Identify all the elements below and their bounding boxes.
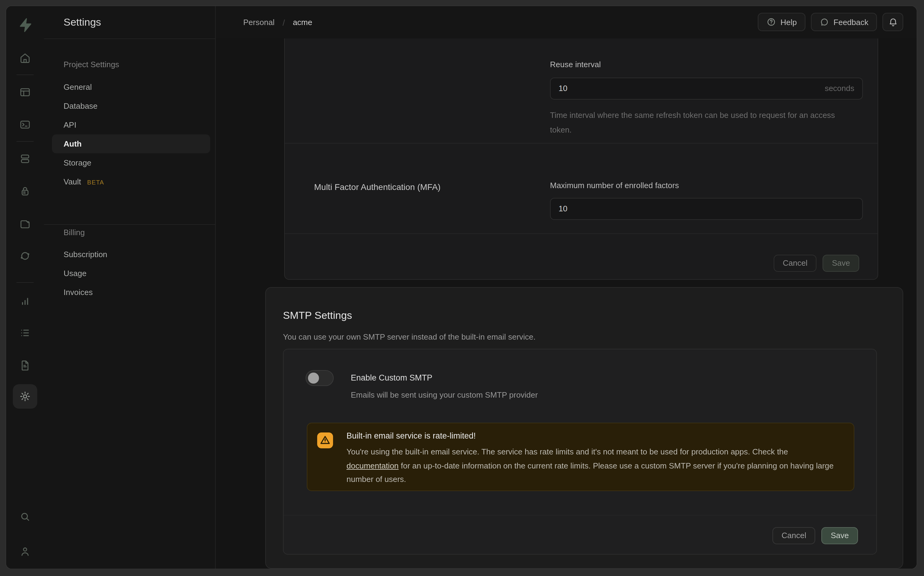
help-label: Help [780,18,797,27]
enable-custom-smtp-description: Emails will be sent using your custom SM… [351,390,538,400]
top-bar: Personal / acme Help Feedback [216,6,917,39]
sidebar-item-general[interactable]: General [52,78,210,96]
reuse-interval-value: 10 [559,84,567,93]
reuse-interval-input[interactable]: 10 seconds [550,78,863,99]
sidebar-item-label: Vault [64,177,81,186]
sidebar-divider [44,224,215,225]
smtp-cancel-button[interactable]: Cancel [772,527,815,544]
auth-card-actions: Cancel Save [773,255,859,272]
smtp-settings-panel: SMTP Settings You can use your own SMTP … [265,287,903,569]
mfa-max-factors-label: Maximum number of enrolled factors [550,181,679,190]
app-window: Settings Project Settings General Databa… [5,5,917,569]
settings-sidebar: Settings Project Settings General Databa… [44,6,216,569]
nav-rail [6,6,45,569]
smtp-subtitle: You can use your own SMTP server instead… [283,332,536,341]
smtp-footer-divider [283,515,876,515]
reuse-interval-help: Time interval where the same refresh tok… [550,108,858,138]
rate-limit-warning: Built-in email service is rate-limited! … [307,423,854,491]
rail-divider [16,75,34,75]
section-label-billing: Billing [64,228,85,237]
sidebar-item-storage[interactable]: Storage [52,153,210,172]
supabase-logo-icon[interactable] [17,17,33,33]
breadcrumb-org[interactable]: Personal [243,18,275,27]
auth-settings-card: Reuse interval 10 seconds Time interval … [284,38,878,280]
toggle-knob [308,373,319,384]
sidebar-item-subscription[interactable]: Subscription [52,245,210,264]
warning-title: Built-in email service is rate-limited! [346,431,476,440]
sql-editor-icon[interactable] [19,118,31,131]
table-editor-icon[interactable] [19,86,31,98]
logs-icon[interactable] [19,327,31,339]
warning-text-post: for an up-to-date information on the cur… [346,461,834,484]
home-icon[interactable] [19,52,31,64]
mfa-section-label: Multi Factor Authentication (MFA) [314,182,440,192]
footer-divider [285,233,878,234]
smtp-title: SMTP Settings [283,310,352,322]
reuse-interval-suffix: seconds [825,78,854,99]
documentation-link[interactable]: documentation [346,461,399,470]
speech-bubble-icon [820,17,829,27]
sidebar-item-api[interactable]: API [52,115,210,134]
bell-icon [888,17,898,27]
warning-body: You're using the built-in email service.… [346,445,835,486]
auth-cancel-button[interactable]: Cancel [773,255,817,272]
rail-divider [16,282,34,283]
smtp-card: Enable Custom SMTP Emails will be sent u… [283,349,877,555]
search-icon[interactable] [19,510,31,523]
card-divider [285,143,878,144]
user-icon[interactable] [19,546,31,558]
storage-icon[interactable] [19,218,31,230]
feedback-button[interactable]: Feedback [811,13,877,31]
section-label-project-settings: Project Settings [64,60,119,69]
smtp-card-actions: Cancel Save [772,527,858,544]
sidebar-item-invoices[interactable]: Invoices [52,283,210,302]
sidebar-item-usage[interactable]: Usage [52,264,210,283]
top-actions: Help Feedback [758,13,903,31]
sidebar-item-database[interactable]: Database [52,96,210,115]
feedback-label: Feedback [834,18,868,27]
sidebar-item-vault[interactable]: VaultBETA [52,172,210,191]
notifications-button[interactable] [882,13,903,31]
mfa-max-factors-input[interactable]: 10 [550,198,863,220]
page-title: Settings [64,16,101,29]
warning-text-pre: You're using the built-in email service.… [346,447,788,456]
enable-custom-smtp-toggle[interactable] [306,370,334,386]
breadcrumb: Personal / acme [243,6,312,38]
mfa-max-factors-value: 10 [559,204,567,213]
breadcrumb-separator: / [283,18,285,27]
main-content[interactable]: Reuse interval 10 seconds Time interval … [216,38,917,569]
auth-icon[interactable] [19,185,31,197]
database-icon[interactable] [19,153,31,165]
help-circle-icon [766,17,776,27]
gear-icon [19,390,31,403]
reports-icon[interactable] [19,295,31,307]
warning-triangle-icon [317,432,333,448]
breadcrumb-project[interactable]: acme [293,18,312,27]
desktop-frame: Settings Project Settings General Databa… [0,0,924,576]
rail-divider [16,141,34,142]
api-docs-icon[interactable] [19,359,31,371]
sidebar-header: Settings [44,6,215,39]
reuse-interval-label: Reuse interval [550,60,601,69]
beta-badge: BETA [87,179,104,186]
sidebar-item-auth[interactable]: Auth [52,134,210,153]
help-button[interactable]: Help [758,13,805,31]
smtp-save-button[interactable]: Save [822,527,858,544]
enable-custom-smtp-label: Enable Custom SMTP [351,373,432,382]
auth-save-button[interactable]: Save [823,255,859,272]
edge-functions-icon[interactable] [19,250,31,262]
settings-rail-item[interactable] [13,384,37,409]
